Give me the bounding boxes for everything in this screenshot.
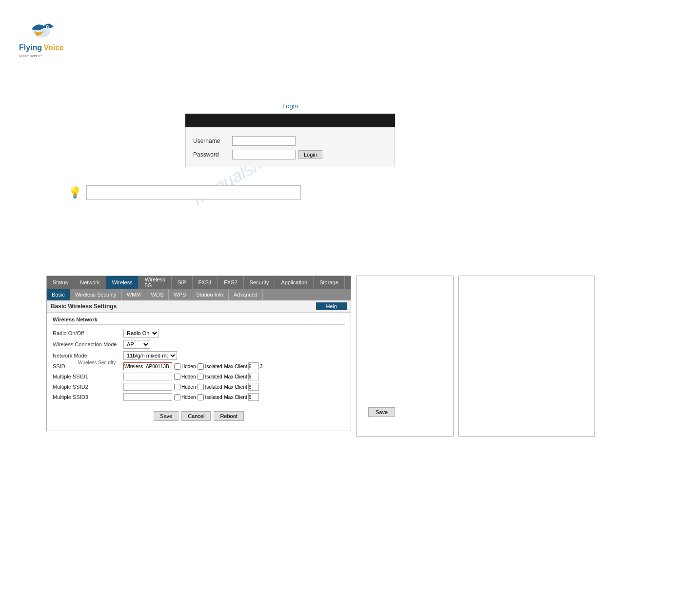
login-section: Login Username Password Login: [185, 102, 395, 167]
subtab-wps[interactable]: WPS: [169, 289, 191, 300]
multiple-ssid2-isolated-checkbox[interactable]: [198, 384, 204, 390]
connection-mode-row: Wireless Connection Mode AP Client: [53, 340, 345, 349]
tab-fxs2[interactable]: FXS2: [218, 276, 244, 289]
max-client-field: Max Client 3: [224, 362, 263, 370]
isolated-label: Isolated: [198, 363, 222, 370]
username-input[interactable]: [232, 136, 296, 146]
tab-network[interactable]: Network: [74, 276, 106, 289]
login-button[interactable]: Login: [298, 150, 322, 159]
radio-select[interactable]: Radio On Radio Off: [123, 329, 159, 338]
login-header-bar: [185, 114, 395, 127]
multiple-ssid2-row: Multiple SSID2 Hdden Isolated Max Client: [53, 383, 345, 391]
tab-status[interactable]: Status: [47, 276, 74, 289]
subtab-wmm[interactable]: WMM: [122, 289, 146, 300]
tab-wireless[interactable]: Wireless: [106, 276, 139, 289]
section-title: Wireless Network: [53, 317, 345, 325]
login-form: Username Password Login: [185, 127, 395, 167]
subtab-advanced[interactable]: Advanced: [229, 289, 263, 300]
logo-box: Flying Voice Voice over IP: [15, 15, 68, 61]
multiple-ssid2-label: Multiple SSID2: [53, 384, 123, 390]
multiple-ssid2-input[interactable]: [123, 383, 172, 391]
multiple-ssid3-isolated-checkbox[interactable]: [198, 394, 204, 400]
cancel-button[interactable]: Cancel: [181, 411, 211, 421]
logo-flying: Flying: [19, 43, 42, 52]
content-header: Basic Wireless Settings Help: [47, 300, 351, 313]
multiple-ssid1-max-input[interactable]: [248, 373, 259, 380]
tab-wireless5g[interactable]: Wireless 5G: [139, 276, 172, 289]
multiple-ssid3-hidden-checkbox[interactable]: [174, 394, 180, 400]
connection-mode-select[interactable]: AP Client: [123, 340, 150, 349]
logo-area: Flying Voice Voice over IP: [15, 15, 68, 61]
subtab-wds[interactable]: WDS: [146, 289, 169, 300]
save-button[interactable]: Save: [154, 411, 178, 421]
multiple-ssid1-max: Max Client: [224, 373, 259, 380]
tab-storage[interactable]: Storage: [314, 276, 345, 289]
max-client-input[interactable]: [248, 362, 259, 370]
multiple-ssid2-isolated: Isolated: [198, 384, 222, 390]
multiple-ssid1-row: Multiple SSID1 Hdden Isolated Max Client: [53, 373, 345, 380]
password-label: Password: [193, 151, 232, 158]
multiple-ssid1-label: Multiple SSID1: [53, 374, 123, 379]
network-mode-row: Network Mode 11b/g/n mixed mode 11b only…: [53, 351, 345, 360]
radio-label: Radio On/Off: [53, 330, 123, 336]
tab-application[interactable]: Application: [275, 276, 314, 289]
multiple-ssid1-hidden-checkbox[interactable]: [174, 374, 180, 380]
multiple-ssid2-hidden-checkbox[interactable]: [174, 384, 180, 390]
hidden-checkbox[interactable]: [174, 363, 180, 370]
flying-voice-logo: [27, 17, 56, 44]
content-title: Basic Wireless Settings: [51, 303, 117, 310]
ssid-input[interactable]: [123, 362, 172, 370]
logo-voice: Voice: [43, 43, 64, 52]
multiple-ssid1-isolated-checkbox[interactable]: [198, 374, 204, 380]
hidden-label: Hdden: [174, 363, 196, 370]
reboot-button[interactable]: Reboot: [214, 411, 243, 421]
tab-security[interactable]: Security: [244, 276, 276, 289]
logo-text: Flying Voice Voice over IP: [19, 44, 64, 59]
multiple-ssid1-input[interactable]: [123, 373, 172, 380]
multiple-ssid1-fields: Hdden Isolated Max Client: [123, 373, 259, 380]
network-mode-label: Network Mode: [53, 353, 123, 358]
action-row: Save Cancel Reboot: [53, 405, 345, 427]
password-row: Password Login: [193, 150, 387, 159]
tab-fxs1[interactable]: FXS1: [193, 276, 218, 289]
logo-sub: Voice over IP: [19, 54, 42, 58]
network-mode-select[interactable]: 11b/g/n mixed mode 11b only 11g only 11n…: [123, 351, 177, 360]
multiple-ssid3-max: Max Client: [224, 393, 259, 401]
multiple-ssid3-isolated: Isolated: [198, 394, 222, 400]
wireless-security-label: Wireless Security: [78, 360, 116, 365]
main-panel: Status Network Wireless Wireless 5G SIP …: [46, 276, 351, 431]
username-label: Username: [193, 138, 232, 144]
multiple-ssid2-max-input[interactable]: [248, 383, 259, 391]
radio-row: Radio On/Off Radio On Radio Off: [53, 329, 345, 338]
login-title: Login: [185, 102, 395, 110]
multiple-ssid3-hidden: Hdden: [174, 394, 196, 400]
multiple-ssid3-row: Multiple SSID3 Hdden Isolated Max Client: [53, 393, 345, 401]
multiple-ssid3-input[interactable]: [123, 393, 172, 401]
multiple-ssid3-max-input[interactable]: [248, 393, 259, 401]
connection-mode-label: Wireless Connection Mode: [53, 341, 123, 347]
subtab-station-info[interactable]: Station Info: [191, 289, 229, 300]
multiple-ssid1-hidden: Hdden: [174, 374, 196, 380]
username-row: Username: [193, 136, 387, 146]
subtab-basic[interactable]: Basic: [47, 289, 70, 300]
svg-point-2: [47, 26, 49, 28]
ssid-fields: Hdden Isolated Max Client 3: [123, 362, 262, 370]
isolated-checkbox[interactable]: [198, 363, 204, 370]
multiple-ssid1-isolated: Isolated: [198, 374, 222, 380]
right-save-button[interactable]: Save: [368, 407, 395, 417]
nav-tabs-top: Status Network Wireless Wireless 5G SIP …: [47, 276, 351, 289]
tip-bulb-icon: 💡: [68, 186, 81, 199]
right-col2: [458, 276, 595, 437]
tip-input[interactable]: [86, 185, 301, 200]
form-content: Wireless Network Radio On/Off Radio On R…: [47, 313, 351, 431]
tip-section: 💡: [68, 185, 301, 200]
tab-sip[interactable]: SIP: [172, 276, 193, 289]
multiple-ssid2-max: Max Client: [224, 383, 259, 391]
nav-tabs-sub: Basic Wireless Security WMM WDS WPS Stat…: [47, 289, 351, 300]
password-input[interactable]: [232, 150, 296, 159]
multiple-ssid3-fields: Hdden Isolated Max Client: [123, 393, 259, 401]
multiple-ssid2-hidden: Hdden: [174, 384, 196, 390]
multiple-ssid3-label: Multiple SSID3: [53, 394, 123, 400]
subtab-wireless-security[interactable]: Wireless Security: [70, 289, 122, 300]
help-button[interactable]: Help: [316, 302, 347, 310]
